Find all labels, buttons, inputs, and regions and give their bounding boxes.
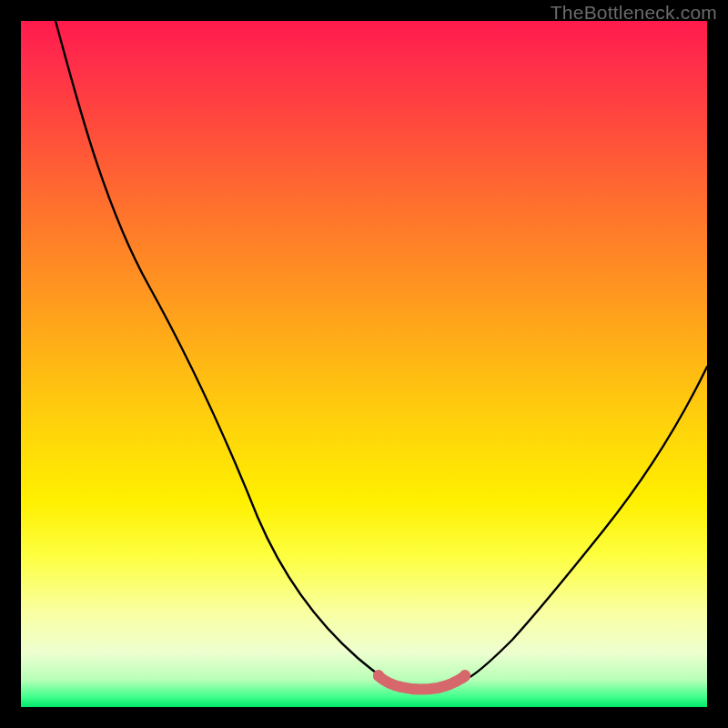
bottleneck-curve bbox=[56, 21, 707, 689]
chart-frame: TheBottleneck.com bbox=[0, 0, 728, 728]
watermark-text: TheBottleneck.com bbox=[551, 2, 717, 24]
svg-point-0 bbox=[373, 670, 384, 681]
curve-layer bbox=[21, 21, 707, 707]
plot-area bbox=[21, 21, 707, 707]
bottom-highlight-stroke bbox=[379, 676, 465, 689]
svg-point-1 bbox=[460, 670, 470, 681]
